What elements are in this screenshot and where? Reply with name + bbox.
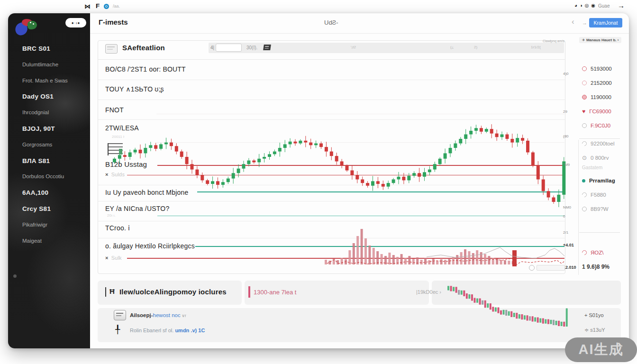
- panel-item-7[interactable]: ⊙0 800rv: [582, 151, 626, 165]
- sidebar-toggle-pill[interactable]: ●·ı●: [65, 18, 86, 27]
- arrow-right-icon[interactable]: →: [618, 1, 625, 9]
- close-icon[interactable]: ×: [105, 255, 109, 261]
- panel-item-10[interactable]: F5880: [582, 188, 626, 202]
- sidebar-item-2[interactable]: Frot. Mash e Swas: [8, 73, 90, 89]
- panel-item-0[interactable]: 5193000: [582, 62, 626, 76]
- news-row1-link[interactable]: hewost noc: [153, 312, 181, 318]
- sidebar-item-1[interactable]: Dulumtlimache: [8, 57, 90, 73]
- sidebar-item-12[interactable]: Maigeat: [8, 233, 90, 249]
- mini-chart-label: |19kD0ec ›: [416, 289, 441, 295]
- sidebar-item-4[interactable]: Ihrcodgnial: [8, 105, 90, 121]
- arc-red-icon: [581, 249, 588, 256]
- toolbar-tick: 2): [474, 45, 477, 49]
- sidebar-item-8[interactable]: Dorbulos Occotiu: [8, 169, 90, 185]
- chart-legend-icon[interactable]: [108, 143, 123, 155]
- chart-row-label-0[interactable]: BO/C8 /'2ST1 oor: BOUTT: [105, 65, 186, 73]
- sidebar-dot-indicator: [13, 274, 17, 278]
- ring-red-fill-icon: [582, 95, 587, 100]
- row-label-text: BO/C8 /'2ST1 oor: BOUTT: [105, 65, 186, 73]
- ring-gray-icon: [582, 207, 587, 211]
- axis-tick: 4)0: [563, 72, 569, 76]
- news-link-row-1[interactable]: Ailsoepj-hewost noc ∨r: [130, 312, 186, 318]
- toolbar-mid-label: 30(I).: [246, 45, 257, 50]
- panel-item-label: 8B9?W: [591, 206, 609, 212]
- panel-item-label: F.9C0J0: [591, 123, 610, 128]
- chart-window-icon[interactable]: [105, 44, 118, 54]
- panel-faint-label: Gastatem: [582, 165, 626, 173]
- close-icon[interactable]: ×: [105, 172, 109, 177]
- toolbar-prefix-label: 4|: [210, 45, 214, 50]
- toolbar-dark-icon[interactable]: [263, 45, 271, 50]
- axis-tick: +4.01: [563, 243, 574, 247]
- panel-item-label: 2152000: [591, 80, 612, 86]
- faint-label: 20011 ŀ: [112, 135, 125, 139]
- panel-item-2[interactable]: 1190000: [582, 90, 626, 104]
- row-label-text: Sulds: [111, 172, 125, 177]
- panel-item-9[interactable]: Prramllag: [582, 173, 626, 188]
- sidebar-item-10[interactable]: Crcy S81: [8, 201, 90, 217]
- back-chevron-icon[interactable]: ‹: [572, 17, 574, 27]
- app-logo[interactable]: [14, 17, 36, 36]
- news-link-row-2[interactable]: Rolin Ebanerl sf ol. umdn .v) 1C: [130, 328, 205, 333]
- panel-item-13[interactable]: ЯOZ\: [582, 246, 626, 260]
- chart-scrollbar-track[interactable]: [537, 265, 565, 271]
- chart-row-label-2[interactable]: FNOT: [105, 106, 124, 114]
- sidebar-item-7[interactable]: BЛA S81: [8, 153, 90, 169]
- sidebar-item-9[interactable]: 6AA,100: [8, 185, 90, 201]
- sidebar-menu: BRC S01DulumtlimacheFrot. Mash e SwasDad…: [8, 41, 90, 249]
- toolbar-corner-label: Clawlpnq am/s: [543, 39, 564, 43]
- panel-item-label: 0 800rv: [591, 155, 609, 161]
- toolbar-tick: (¿: [450, 45, 454, 49]
- chart-title: SAefteatlion: [122, 44, 165, 52]
- panel-item-label: ΓC69000: [589, 109, 611, 114]
- f-menu-icon[interactable]: F: [96, 2, 100, 9]
- panel-item-label: Prramllag: [589, 178, 615, 183]
- panel-item-6[interactable]: 92200toel: [582, 136, 626, 151]
- toolbar-input[interactable]: [216, 44, 242, 52]
- news-row2-gray: Rolin Ebanerl sf ol.: [130, 328, 175, 333]
- chart-row-label-5[interactable]: ×Sulds: [105, 172, 125, 177]
- panel-item-label: F5880: [591, 192, 606, 198]
- chart-row-label-3[interactable]: 2TW/LESA: [105, 124, 139, 132]
- chart-row-label-10[interactable]: ×Sulk: [105, 255, 122, 261]
- chart-scrollbar-knob[interactable]: [529, 265, 535, 271]
- row-label-text: B12b Usstag: [105, 160, 147, 168]
- chart-row-label-4[interactable]: B12b Usstag: [105, 160, 147, 168]
- panel-item-14: 1 9.6)8 9%: [582, 260, 626, 274]
- news-card-chart: [432, 281, 621, 305]
- panel-item-11[interactable]: 8B9?W: [582, 202, 626, 216]
- chart-row-label-6[interactable]: Iu Uy paveoh bonct Mbjone: [105, 189, 188, 196]
- chart-row-label-8[interactable]: TCroo. ⅰ: [105, 224, 130, 232]
- primary-action-button[interactable]: KramJonat: [589, 18, 622, 27]
- forward-arrow-icon[interactable]: →: [582, 20, 587, 26]
- panel-item-3[interactable]: ♥ΓC69000: [582, 104, 626, 118]
- topbar-right-label: Guae: [598, 3, 610, 9]
- overlay-line: [157, 216, 564, 216]
- chart-row-label-9[interactable]: o. ãulgay Hextilo Rciirlpkegcs: [105, 242, 195, 250]
- sidebar-item-11[interactable]: Pikafriwigr: [8, 217, 90, 233]
- chart-row-label-1[interactable]: TOUY ∧1SЬTO ʊ;ʂ: [105, 85, 164, 93]
- bowtie-icon[interactable]: ⋈: [84, 3, 91, 10]
- row-label-text: o. ãulgay Hextilo Rciirlpkegcs: [105, 242, 195, 250]
- right-panel-list: 519300021520001190000♥ΓC69000F.9C0J09220…: [582, 62, 626, 274]
- sidebar-item-5[interactable]: BJOJ, 90T: [8, 121, 90, 137]
- chart-row-label-7[interactable]: EY /a NICna /USTO?: [105, 205, 169, 212]
- news-item-icon: [114, 310, 126, 320]
- panel-item-4[interactable]: F.9C0J0: [582, 118, 626, 133]
- ai-watermark: AI生成: [565, 337, 637, 362]
- overlay-line: [156, 142, 564, 143]
- ring-gray-icon: [582, 123, 587, 128]
- sidebar-item-0[interactable]: BRC S01: [8, 41, 90, 57]
- axis-tick: 0: [563, 214, 565, 218]
- sidebar-item-3[interactable]: Dady OS1: [8, 89, 90, 105]
- overlay-line: [127, 175, 564, 175]
- ring-red-icon: [582, 66, 587, 71]
- pin-gray-icon: ⊙: [582, 155, 587, 160]
- sidebar-item-6[interactable]: Gorgrosams: [8, 137, 90, 153]
- row-divider: [98, 80, 565, 80]
- sidebar: ●·ı● BRC S01DulumtlimacheFrot. Mash e Sw…: [8, 13, 90, 348]
- blue-dot-icon[interactable]: [104, 4, 109, 9]
- news-row2-link[interactable]: umdn .v) 1C: [175, 328, 205, 333]
- panel-item-1[interactable]: 2152000: [582, 76, 626, 90]
- right-panel-header[interactable]: ✈ Manaus Hauet b. ›: [579, 37, 621, 43]
